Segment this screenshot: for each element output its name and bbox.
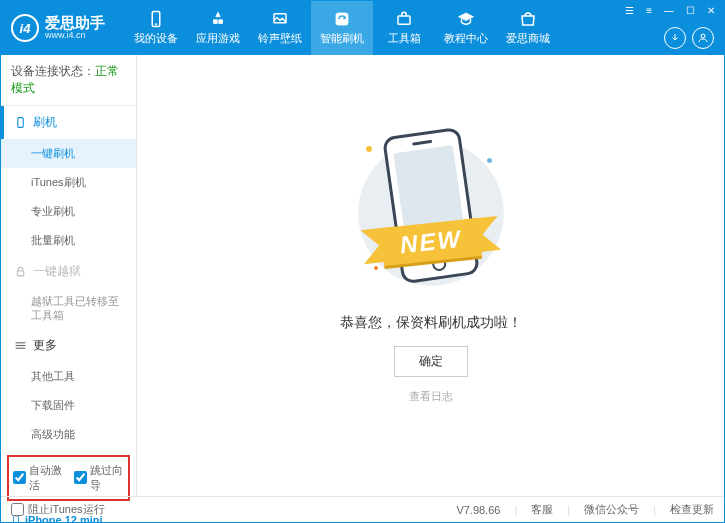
connection-status: 设备连接状态：正常模式 bbox=[1, 55, 136, 106]
settings-icon[interactable]: ≡ bbox=[643, 5, 655, 16]
svg-rect-9 bbox=[15, 345, 25, 346]
svg-rect-3 bbox=[336, 13, 348, 25]
logo-icon: i4 bbox=[11, 14, 39, 42]
svg-point-1 bbox=[155, 24, 157, 26]
checkbox-auto-activate[interactable]: 自动激活 bbox=[13, 463, 64, 493]
svg-rect-7 bbox=[17, 271, 24, 276]
sidebar-item-advanced[interactable]: 高级功能 bbox=[1, 420, 136, 449]
logo[interactable]: i4 爱思助手 www.i4.cn bbox=[11, 14, 105, 42]
nav-label: 教程中心 bbox=[444, 31, 488, 46]
user-button[interactable] bbox=[692, 27, 714, 49]
section-label: 更多 bbox=[33, 337, 57, 354]
minimize-icon[interactable]: — bbox=[661, 5, 677, 16]
checkbox-skip-guide[interactable]: 跳过向导 bbox=[74, 463, 125, 493]
sidebar-item-download-firmware[interactable]: 下载固件 bbox=[1, 391, 136, 420]
svg-rect-8 bbox=[15, 342, 25, 343]
more-icon bbox=[13, 338, 27, 352]
nav-label: 铃声壁纸 bbox=[258, 31, 302, 46]
sidebar-section-jailbreak[interactable]: 一键越狱 bbox=[1, 255, 136, 288]
menu-icon[interactable]: ☰ bbox=[622, 5, 637, 16]
close-icon[interactable]: ✕ bbox=[704, 5, 718, 16]
sidebar-section-flash[interactable]: 刷机 bbox=[1, 106, 136, 139]
checkbox-block-itunes[interactable]: 阻止iTunes运行 bbox=[11, 502, 105, 517]
version-label: V7.98.66 bbox=[456, 504, 500, 516]
main-content: NEW 恭喜您，保资料刷机成功啦！ 确定 查看日志 bbox=[137, 55, 724, 496]
options-highlight-box: 自动激活 跳过向导 bbox=[7, 455, 130, 501]
section-label: 一键越狱 bbox=[33, 263, 81, 280]
top-nav: 我的设备 应用游戏 铃声壁纸 智能刷机 工具箱 教程中心 bbox=[125, 1, 559, 55]
nav-store[interactable]: 爱思商城 bbox=[497, 1, 559, 55]
maximize-icon[interactable]: ☐ bbox=[683, 5, 698, 16]
sidebar-section-more[interactable]: 更多 bbox=[1, 329, 136, 362]
window-controls: ☰ ≡ — ☐ ✕ bbox=[622, 5, 718, 16]
phone-icon bbox=[147, 10, 165, 28]
success-illustration: NEW bbox=[346, 128, 516, 298]
sidebar-item-itunes-flash[interactable]: iTunes刷机 bbox=[1, 168, 136, 197]
flash-icon bbox=[333, 10, 351, 28]
phone-icon bbox=[13, 116, 27, 130]
apps-icon bbox=[209, 10, 227, 28]
sidebar-item-oneclick-flash[interactable]: 一键刷机 bbox=[1, 139, 136, 168]
wechat-link[interactable]: 微信公众号 bbox=[584, 502, 639, 517]
app-title: 爱思助手 bbox=[45, 15, 105, 32]
sidebar-item-other-tools[interactable]: 其他工具 bbox=[1, 362, 136, 391]
nav-label: 爱思商城 bbox=[506, 31, 550, 46]
check-update-link[interactable]: 检查更新 bbox=[670, 502, 714, 517]
nav-tutorials[interactable]: 教程中心 bbox=[435, 1, 497, 55]
wallpaper-icon bbox=[271, 10, 289, 28]
nav-my-device[interactable]: 我的设备 bbox=[125, 1, 187, 55]
nav-label: 工具箱 bbox=[388, 31, 421, 46]
sidebar-item-batch-flash[interactable]: 批量刷机 bbox=[1, 226, 136, 255]
nav-toolbox[interactable]: 工具箱 bbox=[373, 1, 435, 55]
section-label: 刷机 bbox=[33, 114, 57, 131]
lock-icon bbox=[13, 265, 27, 279]
confirm-button[interactable]: 确定 bbox=[394, 346, 468, 377]
svg-rect-4 bbox=[398, 16, 410, 24]
nav-flash[interactable]: 智能刷机 bbox=[311, 1, 373, 55]
status-label: 设备连接状态： bbox=[11, 64, 95, 78]
store-icon bbox=[519, 10, 537, 28]
status-bar: 阻止iTunes运行 V7.98.66 | 客服 | 微信公众号 | 检查更新 bbox=[1, 496, 724, 522]
success-message: 恭喜您，保资料刷机成功啦！ bbox=[340, 314, 522, 332]
nav-apps[interactable]: 应用游戏 bbox=[187, 1, 249, 55]
svg-rect-6 bbox=[17, 118, 22, 128]
svg-point-5 bbox=[701, 34, 705, 38]
support-link[interactable]: 客服 bbox=[531, 502, 553, 517]
app-url: www.i4.cn bbox=[45, 31, 105, 41]
nav-label: 我的设备 bbox=[134, 31, 178, 46]
nav-ringtones[interactable]: 铃声壁纸 bbox=[249, 1, 311, 55]
nav-label: 应用游戏 bbox=[196, 31, 240, 46]
sidebar: 设备连接状态：正常模式 刷机 一键刷机 iTunes刷机 专业刷机 批量刷机 一… bbox=[1, 55, 137, 496]
download-button[interactable] bbox=[664, 27, 686, 49]
sidebar-item-pro-flash[interactable]: 专业刷机 bbox=[1, 197, 136, 226]
view-log-link[interactable]: 查看日志 bbox=[409, 389, 453, 404]
svg-rect-10 bbox=[15, 347, 25, 348]
nav-label: 智能刷机 bbox=[320, 31, 364, 46]
titlebar: i4 爱思助手 www.i4.cn 我的设备 应用游戏 铃声壁纸 智能刷机 bbox=[1, 1, 724, 55]
grad-cap-icon bbox=[457, 10, 475, 28]
toolbox-icon bbox=[395, 10, 413, 28]
jailbreak-note: 越狱工具已转移至工具箱 bbox=[1, 288, 136, 329]
